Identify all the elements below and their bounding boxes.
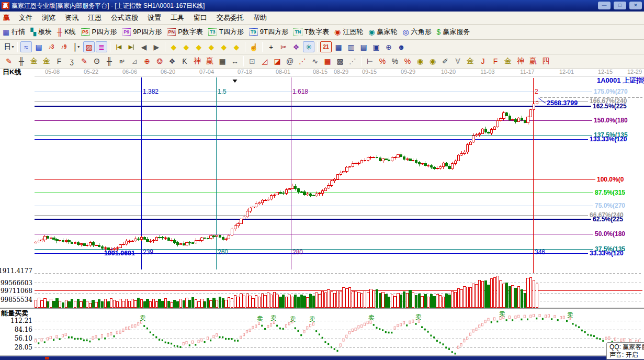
- tool-9p-square[interactable]: P99P四方形: [122, 27, 162, 37]
- crosshair-icon[interactable]: +: [265, 41, 277, 52]
- gold-circle-icon[interactable]: ◉: [414, 56, 426, 67]
- memo-icon[interactable]: ▤: [358, 41, 369, 52]
- tool-p-number-table[interactable]: PNP数字表: [167, 27, 203, 37]
- first-bar-icon[interactable]: |◀: [113, 41, 125, 52]
- menu-item-8[interactable]: 窗口: [189, 12, 212, 24]
- bars-9-icon[interactable]: ♪9: [58, 41, 70, 52]
- save-icon[interactable]: ▣: [370, 41, 382, 52]
- diamond-right-icon[interactable]: ◆: [180, 41, 192, 52]
- candle-pen-icon[interactable]: ✐: [439, 56, 451, 67]
- gold-line-icon[interactable]: 金: [465, 56, 476, 67]
- f-angle-icon[interactable]: F: [490, 56, 501, 67]
- candle-style-dropdown-icon[interactable]: ⎮▾: [71, 41, 82, 52]
- calculator-2-icon[interactable]: ▥: [345, 41, 357, 52]
- prev-bar-icon[interactable]: ◀: [138, 41, 150, 52]
- calendar-icon[interactable]: 21: [320, 41, 332, 52]
- gann-pattern-icon[interactable]: ▨: [83, 41, 95, 52]
- target-cross-icon[interactable]: ⊕: [141, 56, 153, 67]
- tool-t-square[interactable]: T3T四方形: [208, 27, 244, 37]
- menu-item-3[interactable]: 资讯: [60, 12, 83, 24]
- status-popup[interactable]: QQ: 赢家客服 声音: 开启: [606, 342, 644, 359]
- gold-grid-2-icon[interactable]: 金: [41, 56, 52, 67]
- gold-angle-icon[interactable]: 金: [502, 56, 514, 67]
- menu-item-5[interactable]: 公式选股: [106, 12, 143, 24]
- k-mark-icon[interactable]: Ƙ: [179, 56, 190, 67]
- color-histogram-icon[interactable]: ≣: [96, 41, 107, 52]
- spiderweb-icon[interactable]: ❖: [166, 56, 178, 67]
- menu-item-10[interactable]: 帮助: [248, 12, 272, 24]
- analyze-tool-icon[interactable]: ✳: [303, 41, 314, 52]
- tool-gann-wheel[interactable]: ◉江恩轮: [334, 27, 363, 37]
- menu-item-2[interactable]: 浏览: [37, 12, 60, 24]
- comb-grid-icon[interactable]: ╫: [16, 56, 27, 67]
- menu-item-4[interactable]: 江恩: [83, 12, 106, 24]
- cycle-circle-icon[interactable]: Θ: [91, 56, 103, 67]
- diamond-v-expand-icon[interactable]: ◆: [218, 41, 230, 52]
- n-squared-icon[interactable]: n²: [116, 56, 128, 67]
- percent-line-icon[interactable]: %: [377, 56, 388, 67]
- hand-drag-icon[interactable]: ☝: [248, 41, 259, 52]
- spiral-box-icon[interactable]: @: [284, 56, 296, 67]
- wave-tool-icon[interactable]: ∿: [309, 56, 321, 67]
- web-tool-icon[interactable]: ❂: [154, 56, 165, 67]
- link-tool-icon[interactable]: ❖: [290, 41, 302, 52]
- indicator-doc-icon[interactable]: ▤: [33, 41, 44, 52]
- grid-square-2-icon[interactable]: ▩: [334, 56, 346, 67]
- fan-box-icon[interactable]: ◪: [272, 56, 283, 67]
- tool-9t-square[interactable]: T99T四方形: [249, 27, 288, 37]
- bars-3-icon[interactable]: ♪3: [46, 41, 57, 52]
- shen-angle-icon[interactable]: 神: [515, 56, 526, 67]
- menu-item-6[interactable]: 设置: [143, 12, 166, 24]
- percent-icon[interactable]: %: [389, 56, 401, 67]
- si-angle-icon[interactable]: 四: [540, 56, 551, 67]
- menu-item-9[interactable]: 交易委托: [212, 12, 248, 24]
- fan-tool-icon[interactable]: ◿: [259, 56, 270, 67]
- gold-circle-2-icon[interactable]: ◉: [427, 56, 438, 67]
- diamond-v-shrink-icon[interactable]: ◆: [231, 41, 242, 52]
- win-grid-icon[interactable]: 赢: [204, 56, 216, 67]
- tool-winner-wheel[interactable]: ◉赢家轮: [368, 27, 397, 37]
- maximize-button[interactable]: □: [614, 2, 626, 9]
- tool-p-square[interactable]: PSP四方形: [81, 27, 117, 37]
- width-arrow-icon[interactable]: ↔: [229, 56, 241, 67]
- grid-square-icon[interactable]: ▦: [322, 56, 333, 67]
- count-grid-icon[interactable]: ▦: [217, 56, 228, 67]
- tool-t-number-table[interactable]: TNT数字表: [293, 27, 329, 37]
- erase-draw-icon[interactable]: ✂: [278, 41, 289, 52]
- calculator-icon[interactable]: ▦: [333, 41, 344, 52]
- shen-grid-icon[interactable]: 神: [191, 56, 203, 67]
- s-curve-icon[interactable]: ʒ: [66, 56, 77, 67]
- user-sync-icon[interactable]: ☻: [396, 41, 407, 52]
- diamond-h-shrink-icon[interactable]: ◆: [206, 41, 217, 52]
- minimize-button[interactable]: —: [598, 2, 611, 9]
- title-bar[interactable]: 赢 赢家江恩专业版[赢家内部服务平台] - [上证指数 SH1A0001-167…: [0, 0, 644, 12]
- price-scale-icon[interactable]: ⊢: [364, 56, 376, 67]
- pencil-2-icon[interactable]: ✎: [78, 56, 90, 67]
- tool-kline[interactable]: ╫K线: [57, 27, 76, 37]
- a-wave-icon[interactable]: ∀: [452, 56, 464, 67]
- tool-winner-service[interactable]: $赢家服务: [437, 27, 470, 37]
- box-corner-icon[interactable]: ⊡: [246, 56, 258, 67]
- pencil-icon[interactable]: ✎: [3, 56, 15, 67]
- close-button[interactable]: ✕: [629, 2, 642, 9]
- tool-market-quotes[interactable]: ▦行情: [3, 27, 25, 37]
- chart-canvas[interactable]: 05-0805-2206-0606-2007-0407-1808-0108-15…: [0, 69, 644, 360]
- slash-lines-icon[interactable]: ⋰: [347, 56, 358, 67]
- tool-sectors[interactable]: ▚板块: [30, 27, 52, 37]
- menu-item-1[interactable]: 文件: [14, 12, 37, 24]
- web-sync-icon[interactable]: ⊕: [383, 41, 394, 52]
- gold-grid-icon[interactable]: 金: [28, 56, 40, 67]
- menu-item-7[interactable]: 工具: [166, 12, 189, 24]
- percent-level-icon[interactable]: %: [402, 56, 413, 67]
- diamond-left-icon[interactable]: ◆: [168, 41, 179, 52]
- diamond-h-expand-icon[interactable]: ◆: [193, 41, 205, 52]
- last-bar-icon[interactable]: ▶|: [126, 41, 137, 52]
- f-grid-icon[interactable]: F: [53, 56, 65, 67]
- pattern-window-icon[interactable]: ≈: [20, 41, 32, 52]
- win-angle-icon[interactable]: 赢: [527, 56, 539, 67]
- next-bar-icon[interactable]: ▶: [151, 41, 162, 52]
- j-angle-icon[interactable]: J: [477, 56, 489, 67]
- fan-lines-icon[interactable]: ⋰: [297, 56, 308, 67]
- kline-period-dropdown-icon[interactable]: 日▾: [3, 41, 15, 52]
- comb-grid-2-icon[interactable]: ╫: [104, 56, 115, 67]
